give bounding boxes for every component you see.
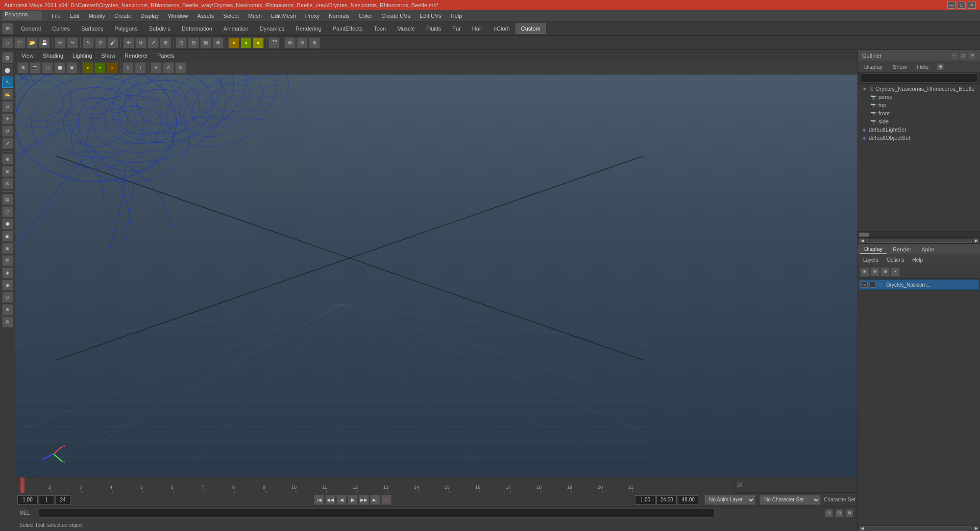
timeline-ruler[interactable]: 1 2 3 4 5 6 — [15, 477, 735, 493]
shelf-move-icon[interactable]: ✛ — [123, 37, 134, 48]
tab-fluids[interactable]: Fluids — [421, 23, 447, 34]
tool-snap-curve[interactable]: ◈ — [2, 267, 13, 279]
tool-snap-view[interactable]: ◎ — [2, 292, 13, 303]
shelf-scale-icon[interactable]: ⤢ — [148, 37, 159, 48]
tool-show-manip[interactable]: ⊙ — [2, 178, 13, 189]
tool-paint[interactable]: ✍ — [2, 89, 13, 100]
outliner-scroll-left[interactable]: ◀ — [859, 238, 865, 243]
status-icon3[interactable]: ⊠ — [845, 509, 853, 517]
vp-tb-smooth[interactable]: ⬤ — [54, 62, 65, 73]
outliner-search-input[interactable] — [860, 73, 978, 83]
mel-input[interactable] — [39, 509, 715, 518]
shelf-snap1-icon[interactable]: ⊡ — [176, 37, 187, 48]
shelf-icon[interactable]: ⊕ — [2, 23, 13, 34]
shelf-home-icon[interactable]: ⌂ — [2, 37, 13, 48]
outliner-item-lightset[interactable]: ◉ defaultLightSet — [858, 125, 980, 134]
outliner-close-button[interactable]: ✕ — [969, 52, 976, 59]
vp-tb-xray[interactable]: X — [122, 62, 134, 73]
no-character-set-dropdown[interactable]: No Character Set — [760, 495, 821, 505]
menu-window[interactable]: Window — [164, 12, 192, 20]
cb-scroll-right[interactable]: ▶ — [973, 526, 979, 531]
vp-menu-show[interactable]: Show — [97, 52, 120, 60]
tool-stereo[interactable]: ⊘ — [2, 316, 13, 327]
layer-item-beetle[interactable]: V ⬡ Oryctes_Nasicorn... — [859, 280, 979, 290]
cb-options-icon[interactable]: ⚙ — [880, 267, 890, 276]
tab-ncloth[interactable]: nCloth — [488, 23, 516, 34]
tab-general[interactable]: General — [15, 23, 46, 34]
vp-menu-renderer[interactable]: Renderer — [120, 52, 152, 60]
close-button[interactable]: ✕ — [968, 2, 976, 9]
shelf-save-icon[interactable]: 💾 — [39, 37, 50, 48]
playback-go-end[interactable]: ▶| — [370, 495, 380, 505]
shelf-lasso-icon[interactable]: ⊙ — [95, 37, 106, 48]
menu-edit-mesh[interactable]: Edit Mesh — [267, 12, 300, 20]
outliner-tab-display[interactable]: Display — [860, 63, 887, 71]
tool-hypergraph[interactable]: ⬡ — [2, 206, 13, 217]
cb-add-icon[interactable]: + — [891, 267, 900, 276]
playback-current-input[interactable] — [39, 495, 54, 504]
shelf-new-icon[interactable]: □ — [14, 37, 26, 48]
playback-play[interactable]: ▶ — [348, 495, 358, 505]
outliner-item-beetle[interactable]: ▼ ⊞ Oryctes_Nasicornis_Rhinoceros_Beetle — [858, 85, 980, 93]
status-icon2[interactable]: ⊟ — [835, 509, 843, 517]
playback-anim-start-input[interactable] — [635, 495, 655, 504]
menu-create[interactable]: Create — [110, 12, 135, 20]
menu-normals[interactable]: Normals — [325, 12, 354, 20]
cb-new-layer-icon[interactable]: ⊞ — [860, 267, 869, 276]
tab-animation[interactable]: Animation — [218, 23, 254, 34]
outliner-expand-button[interactable]: ⊞ — [937, 63, 944, 70]
tool-soft-mod[interactable]: ⊕ — [2, 154, 13, 165]
tab-toon[interactable]: Toon — [368, 23, 391, 34]
playback-total-end-input[interactable] — [678, 495, 698, 504]
menu-select[interactable]: Select — [219, 12, 243, 20]
tool-component[interactable]: ⊞ — [2, 243, 13, 254]
shelf-snap4-icon[interactable]: ⊕ — [212, 37, 224, 48]
cb-tab-display[interactable]: Display — [860, 245, 887, 254]
shelf-render2-icon[interactable]: ● — [240, 37, 252, 48]
tool-move[interactable]: ✛ — [2, 113, 13, 124]
tool-expression[interactable]: ⬢ — [2, 218, 13, 230]
timeline[interactable]: 1 2 3 4 5 6 — [15, 477, 857, 492]
cb-subtab-options[interactable]: Options — [884, 257, 907, 263]
menu-create-uvs[interactable]: Create UVs — [377, 12, 414, 20]
tab-surfaces[interactable]: Surfaces — [76, 23, 109, 34]
tool-scale[interactable]: ⤢ — [2, 138, 13, 149]
shelf-select-icon[interactable]: ↖ — [83, 37, 94, 48]
tool-render[interactable]: ▣ — [2, 231, 13, 242]
shelf-extra2-icon[interactable]: ⊘ — [297, 37, 308, 48]
tab-curves[interactable]: Curves — [46, 23, 76, 34]
shelf-rotate-icon[interactable]: ↺ — [135, 37, 146, 48]
tab-deformation[interactable]: Deformation — [176, 23, 218, 34]
vp-menu-panels[interactable]: Panels — [153, 52, 179, 60]
shelf-paint-icon[interactable]: 🖌 — [107, 37, 118, 48]
menu-mesh[interactable]: Mesh — [244, 12, 266, 20]
menu-help[interactable]: Help — [447, 12, 467, 20]
toolbar-icon-sphere[interactable]: ⬤ — [2, 64, 13, 75]
playback-forward[interactable]: ▶▶ — [359, 495, 369, 505]
menu-proxy[interactable]: Proxy — [301, 12, 324, 20]
vp-tb-light3[interactable]: ● — [107, 62, 118, 73]
playback-start-input[interactable] — [17, 495, 38, 504]
outliner-item-side[interactable]: 📷 side — [866, 117, 980, 125]
shelf-redo-icon[interactable]: ↪ — [67, 37, 78, 48]
tool-layers[interactable]: ▤ — [2, 194, 13, 205]
toolbar-icon-settings[interactable]: ⚙ — [2, 52, 13, 63]
playback-go-start[interactable]: |◀ — [314, 495, 324, 505]
vp-tb-camera[interactable]: 📷 — [30, 62, 41, 73]
layer-reference-check[interactable] — [870, 282, 876, 288]
outliner-item-persp[interactable]: 📷 persp — [866, 93, 980, 101]
shelf-undo-icon[interactable]: ↩ — [55, 37, 66, 48]
outliner-minimize-button[interactable]: — — [950, 52, 958, 59]
outliner-scroll-right[interactable]: ▶ — [973, 238, 979, 243]
shelf-render1-icon[interactable]: ● — [228, 37, 239, 48]
cb-tab-anim[interactable]: Anim — [917, 245, 938, 254]
tab-dynamics[interactable]: Dynamics — [254, 23, 290, 34]
vp-tb-grid[interactable]: ⊞ — [17, 62, 29, 73]
outliner-tab-show[interactable]: Show — [889, 63, 911, 71]
no-anim-layer-dropdown[interactable]: No Anim Layer — [704, 495, 755, 505]
outliner-item-front[interactable]: 📷 front — [866, 109, 980, 117]
tool-snap-grid[interactable]: ⊟ — [2, 255, 13, 266]
tool-select[interactable]: ↖ — [2, 77, 13, 88]
shelf-open-icon[interactable]: 📂 — [27, 37, 38, 48]
tool-sculpt[interactable]: ⊗ — [2, 166, 13, 177]
